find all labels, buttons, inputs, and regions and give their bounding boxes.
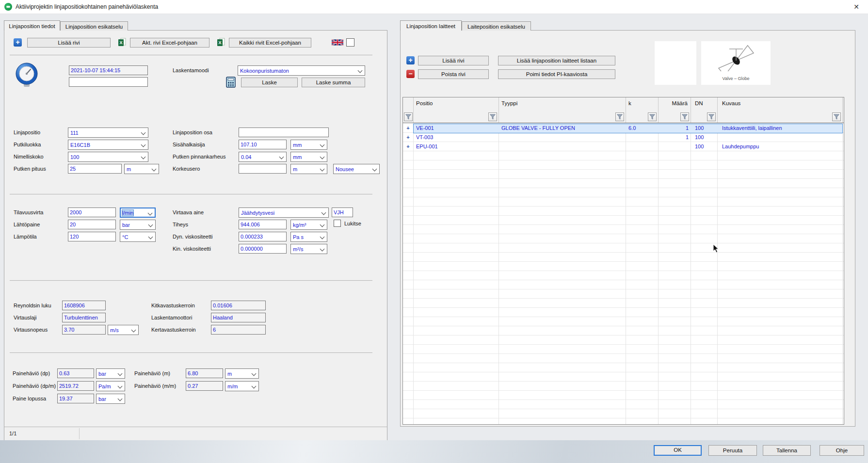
putken-pituus-input[interactable] <box>68 164 122 174</box>
add-row-icon[interactable]: + <box>14 38 22 47</box>
painehavio-dpm-field <box>57 381 94 391</box>
tilavuusvirta-unit-combo[interactable]: l/min <box>120 208 156 218</box>
sisahalkaisija-unit-combo[interactable]: mm <box>290 140 327 150</box>
painehavio-dpm-unit-combo[interactable]: Pa/m <box>96 381 125 391</box>
tab-linjaposition-esikatselu[interactable]: Linjaposition esikatselu <box>60 21 128 31</box>
expand-icon[interactable]: + <box>403 142 413 151</box>
filter-funnel-icon[interactable] <box>707 112 716 121</box>
timestamp-field-2[interactable] <box>69 77 148 87</box>
sisahalkaisija-input[interactable] <box>239 140 287 149</box>
calculate-sum-button[interactable]: Laske summa <box>302 78 365 87</box>
expand-icon[interactable]: + <box>403 133 413 142</box>
col-header-maara[interactable]: Määrä <box>660 97 688 110</box>
pick-from-pi-diagram-button[interactable]: Poimi tiedot PI-kaaviosta <box>498 69 615 79</box>
device-add-row-button[interactable]: Lisää rivi <box>418 56 489 65</box>
device-preview-card: Valve – Globe <box>701 41 771 85</box>
lampotila-unit-combo[interactable]: °C <box>120 232 156 242</box>
col-header-k[interactable]: k <box>628 97 631 110</box>
svg-text:X: X <box>119 40 122 45</box>
virtaava-aine-combo[interactable]: Jäähdytysvesi <box>239 208 329 218</box>
lukitse-checkbox[interactable] <box>334 220 341 227</box>
chevron-down-icon <box>320 167 325 172</box>
calculate-button[interactable]: Laske <box>241 78 298 87</box>
filter-funnel-icon[interactable] <box>488 112 497 121</box>
putken-pituus-unit-combo[interactable]: m <box>124 164 159 174</box>
lahtopaine-input[interactable] <box>68 220 116 229</box>
table-row[interactable]: + VE-001 GLOBE VALVE - FULLY OPEN 6.0 1 … <box>403 124 844 133</box>
nimelliskoko-combo[interactable]: 100 <box>68 152 148 162</box>
pinnankarheus-unit-combo[interactable]: mm <box>290 152 327 162</box>
close-icon[interactable]: ✕ <box>852 2 861 11</box>
virtausnopeus-label: Virtausnopeus <box>14 327 48 333</box>
add-device-row-icon[interactable]: + <box>406 56 415 64</box>
tab-linjaposition-laitteet[interactable]: Linjaposition laitteet <box>400 20 462 31</box>
tilavuusvirta-input[interactable] <box>68 208 116 217</box>
lahtopaine-unit-combo[interactable]: bar <box>120 220 156 230</box>
table-row[interactable]: + VT-003 1 100 <box>403 133 844 142</box>
save-button[interactable]: Tallenna <box>763 445 811 456</box>
painehavio-m-unit-combo[interactable]: m <box>225 368 259 379</box>
language-checkbox[interactable] <box>346 38 354 47</box>
reynolds-field <box>62 301 106 310</box>
tiheys-input[interactable] <box>239 220 287 229</box>
filter-funnel-icon[interactable] <box>404 112 413 121</box>
all-rows-to-excel-button[interactable]: Kaikki rivit Excel-pohjaan <box>229 38 311 48</box>
expand-icon[interactable]: + <box>403 124 413 133</box>
left-status-bar: 1/1 <box>4 427 387 440</box>
pinnankarheus-combo[interactable]: 0.04 <box>239 152 287 162</box>
add-row-button[interactable]: Lisää rivi <box>27 38 111 48</box>
add-devices-to-list-button[interactable]: Lisää linjaposition laitteet listaan <box>498 56 615 65</box>
device-remove-row-button[interactable]: Poista rivi <box>418 69 489 79</box>
painehavio-mm-unit-combo[interactable]: m/m <box>225 381 259 391</box>
tab-laiteposition-esikatselu[interactable]: Laiteposition esikatselu <box>462 21 531 31</box>
laskentamoodi-combo[interactable]: Kokoonpuristumaton <box>238 65 365 76</box>
filter-funnel-icon[interactable] <box>832 112 841 121</box>
column-gridline <box>626 124 626 424</box>
filter-funnel-icon[interactable] <box>648 112 657 121</box>
tiheys-unit-combo[interactable]: kg/m³ <box>290 220 327 230</box>
cancel-button[interactable]: Peruuta <box>708 445 757 456</box>
lahtopaine-label: Lähtöpaine <box>14 222 40 227</box>
globe-valve-symbol-icon <box>707 44 765 73</box>
korkeusero-direction-combo[interactable]: Nousee <box>333 164 380 174</box>
filter-funnel-icon[interactable] <box>615 112 624 121</box>
col-header-tyyppi[interactable]: Tyyppi <box>501 97 517 110</box>
remove-device-row-icon[interactable]: − <box>406 70 415 78</box>
cell-kuvaus: Istukkaventtiili, laipallinen <box>722 124 841 133</box>
paine-lopussa-field <box>57 394 94 403</box>
kin-viskositeetti-input[interactable] <box>239 244 287 254</box>
linjapositio-combo[interactable]: 111 <box>68 128 148 138</box>
linjaposition-osa-input[interactable] <box>239 128 329 137</box>
dyn-viskositeetti-unit-combo[interactable]: Pa s <box>290 232 327 242</box>
col-header-positio[interactable]: Positio <box>416 97 433 110</box>
putkiluokka-combo[interactable]: E16C1B <box>68 140 148 150</box>
paine-lopussa-unit-combo[interactable]: bar <box>96 394 125 404</box>
device-table: Positio Tyyppi k Määrä DN Kuvaus <box>402 97 844 425</box>
cell-dn: 100 <box>695 142 716 151</box>
korkeusero-unit-combo[interactable]: m <box>290 164 327 174</box>
kin-viskositeetti-label: Kin. viskositeetti <box>173 246 211 252</box>
excel-icon: X <box>118 38 126 47</box>
table-row[interactable]: + EPU-001 100 Lauhdepumppu <box>403 142 844 151</box>
col-header-dn[interactable]: DN <box>695 97 703 110</box>
timestamp-field[interactable] <box>69 65 148 75</box>
virtausnopeus-unit-combo[interactable]: m/s <box>108 325 139 335</box>
uk-flag-icon[interactable] <box>332 39 343 48</box>
painehavio-dp-unit-combo[interactable]: bar <box>96 368 125 379</box>
chevron-down-icon <box>279 155 284 160</box>
korkeusero-input[interactable] <box>239 164 287 174</box>
virtaava-aine-code-input[interactable] <box>332 208 353 217</box>
active-row-to-excel-button[interactable]: Akt. rivi Excel-pohjaan <box>130 38 209 48</box>
filter-funnel-icon[interactable] <box>680 112 689 121</box>
kin-viskositeetti-unit-combo[interactable]: m²/s <box>290 244 327 254</box>
lampotila-input[interactable] <box>68 232 116 241</box>
tab-linjaposition-tiedot[interactable]: Linjaposition tiedot <box>4 20 60 31</box>
column-divider <box>498 97 499 123</box>
col-header-kuvaus[interactable]: Kuvaus <box>722 97 740 110</box>
ok-button[interactable]: OK <box>654 445 702 456</box>
help-button[interactable]: Ohje <box>820 445 864 456</box>
mouse-cursor <box>713 244 720 255</box>
chevron-down-icon <box>118 371 123 376</box>
dyn-viskositeetti-input[interactable] <box>239 232 287 241</box>
chevron-down-icon <box>320 143 325 147</box>
